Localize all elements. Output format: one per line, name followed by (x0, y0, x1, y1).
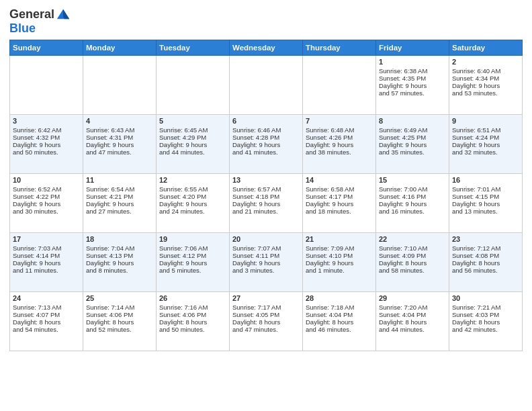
cell-content-line: Sunset: 4:16 PM (379, 193, 446, 200)
cell-content-line: and 50 minutes. (13, 148, 80, 156)
cell-content-line: Sunset: 4:06 PM (86, 311, 153, 318)
cell-content-line: Sunrise: 6:52 AM (13, 185, 80, 193)
weekday-header: Thursday (303, 40, 376, 56)
calendar-cell: 16Sunrise: 7:01 AMSunset: 4:15 PMDayligh… (449, 174, 523, 233)
cell-content-line: Daylight: 9 hours (13, 141, 80, 148)
calendar-cell: 22Sunrise: 7:10 AMSunset: 4:09 PMDayligh… (376, 233, 449, 292)
cell-content-line: Daylight: 8 hours (306, 318, 373, 326)
calendar-cell: 17Sunrise: 7:03 AMSunset: 4:14 PMDayligh… (10, 233, 83, 292)
calendar-cell (303, 56, 376, 115)
cell-content-line: Sunrise: 7:01 AM (452, 185, 519, 193)
cell-content-line: Sunrise: 6:43 AM (86, 126, 153, 134)
logo-icon (56, 7, 71, 21)
svg-marker-1 (63, 9, 69, 19)
calendar-cell: 18Sunrise: 7:04 AMSunset: 4:13 PMDayligh… (83, 233, 157, 292)
cell-content-line: Sunrise: 7:06 AM (159, 244, 226, 252)
calendar-cell: 5Sunrise: 6:45 AMSunset: 4:29 PMDaylight… (157, 115, 230, 174)
cell-content-line: Sunset: 4:12 PM (159, 252, 226, 259)
cell-content-line: Daylight: 9 hours (86, 200, 153, 208)
cell-content-line: Sunset: 4:17 PM (306, 193, 373, 200)
cell-content-line: and 18 minutes. (306, 208, 373, 215)
cell-content-line: Daylight: 9 hours (86, 259, 153, 267)
cell-content-line: Sunrise: 7:21 AM (452, 304, 519, 311)
cell-content-line: Sunset: 4:05 PM (232, 311, 300, 318)
cell-content-line: Sunrise: 6:46 AM (232, 126, 300, 134)
calendar-cell (10, 56, 83, 115)
day-number: 12 (159, 176, 226, 184)
cell-content-line: Daylight: 9 hours (13, 200, 80, 208)
cell-content-line: and 16 minutes. (379, 208, 446, 215)
cell-content-line: and 46 minutes. (306, 326, 373, 333)
day-number: 1 (379, 58, 446, 66)
cell-content-line: Sunrise: 6:57 AM (232, 185, 300, 193)
cell-content-line: Daylight: 8 hours (232, 318, 300, 326)
page: General Blue SundayMondayTuesdayWednesda… (0, 0, 532, 358)
calendar-cell: 6Sunrise: 6:46 AMSunset: 4:28 PMDaylight… (230, 115, 303, 174)
calendar-cell: 7Sunrise: 6:48 AMSunset: 4:26 PMDaylight… (303, 115, 376, 174)
cell-content-line: and 5 minutes. (159, 267, 226, 274)
calendar-cell: 25Sunrise: 7:14 AMSunset: 4:06 PMDayligh… (83, 292, 157, 351)
cell-content-line: Sunset: 4:07 PM (13, 311, 80, 318)
weekday-header: Tuesday (157, 40, 230, 56)
cell-content-line: Sunrise: 6:58 AM (306, 185, 373, 193)
cell-content-line: and 54 minutes. (13, 326, 80, 333)
cell-content-line: Sunrise: 7:20 AM (379, 304, 446, 311)
cell-content-line: and 53 minutes. (452, 89, 519, 97)
cell-content-line: Sunset: 4:28 PM (232, 134, 300, 141)
cell-content-line: and 41 minutes. (232, 148, 300, 156)
day-number: 24 (13, 294, 80, 302)
weekday-header: Friday (376, 40, 449, 56)
cell-content-line: Daylight: 9 hours (159, 141, 226, 148)
calendar-cell: 13Sunrise: 6:57 AMSunset: 4:18 PMDayligh… (230, 174, 303, 233)
cell-content-line: Sunset: 4:09 PM (379, 252, 446, 259)
day-number: 7 (306, 117, 373, 125)
cell-content-line: Daylight: 8 hours (379, 318, 446, 326)
cell-content-line: and 58 minutes. (379, 267, 446, 274)
cell-content-line: Sunrise: 7:00 AM (379, 185, 446, 193)
calendar-table: SundayMondayTuesdayWednesdayThursdayFrid… (9, 40, 523, 351)
header: General Blue (9, 7, 523, 36)
cell-content-line: and 50 minutes. (159, 326, 226, 333)
cell-content-line: and 32 minutes. (452, 148, 519, 156)
cell-content-line: Daylight: 9 hours (306, 259, 373, 267)
calendar-week-row: 1Sunrise: 6:38 AMSunset: 4:35 PMDaylight… (10, 56, 523, 115)
logo-blue: Blue (9, 21, 71, 36)
cell-content-line: and 47 minutes. (86, 148, 153, 156)
cell-content-line: Daylight: 9 hours (159, 259, 226, 267)
cell-content-line: Sunset: 4:15 PM (452, 193, 519, 200)
calendar-cell: 10Sunrise: 6:52 AMSunset: 4:22 PMDayligh… (10, 174, 83, 233)
calendar-cell: 8Sunrise: 6:49 AMSunset: 4:25 PMDaylight… (376, 115, 449, 174)
day-number: 9 (452, 117, 519, 125)
day-number: 28 (306, 294, 373, 302)
day-number: 29 (379, 294, 446, 302)
day-number: 16 (452, 176, 519, 184)
cell-content-line: Sunrise: 6:49 AM (379, 126, 446, 134)
calendar-cell: 1Sunrise: 6:38 AMSunset: 4:35 PMDaylight… (376, 56, 449, 115)
cell-content-line: Sunrise: 7:07 AM (232, 244, 300, 252)
cell-content-line: and 27 minutes. (86, 208, 153, 215)
cell-content-line: Sunset: 4:13 PM (86, 252, 153, 259)
calendar-cell: 20Sunrise: 7:07 AMSunset: 4:11 PMDayligh… (230, 233, 303, 292)
calendar-cell (157, 56, 230, 115)
day-number: 4 (86, 117, 153, 125)
cell-content-line: Sunset: 4:26 PM (306, 134, 373, 141)
cell-content-line: and 44 minutes. (379, 326, 446, 333)
cell-content-line: Daylight: 9 hours (13, 259, 80, 267)
day-number: 22 (379, 235, 446, 243)
cell-content-line: Sunrise: 7:17 AM (232, 304, 300, 311)
cell-content-line: Daylight: 9 hours (379, 141, 446, 148)
cell-content-line: Daylight: 9 hours (86, 141, 153, 148)
cell-content-line: Sunrise: 7:16 AM (159, 304, 226, 311)
day-number: 19 (159, 235, 226, 243)
cell-content-line: Sunrise: 6:45 AM (159, 126, 226, 134)
cell-content-line: Sunset: 4:34 PM (452, 75, 519, 82)
weekday-header: Saturday (449, 40, 523, 56)
cell-content-line: Sunrise: 7:04 AM (86, 244, 153, 252)
cell-content-line: Daylight: 9 hours (379, 82, 446, 89)
cell-content-line: Sunrise: 7:03 AM (13, 244, 80, 252)
calendar-cell: 19Sunrise: 7:06 AMSunset: 4:12 PMDayligh… (157, 233, 230, 292)
cell-content-line: Daylight: 9 hours (232, 259, 300, 267)
calendar-week-row: 24Sunrise: 7:13 AMSunset: 4:07 PMDayligh… (10, 292, 523, 351)
logo-general: General (9, 7, 54, 21)
cell-content-line: Daylight: 8 hours (452, 318, 519, 326)
